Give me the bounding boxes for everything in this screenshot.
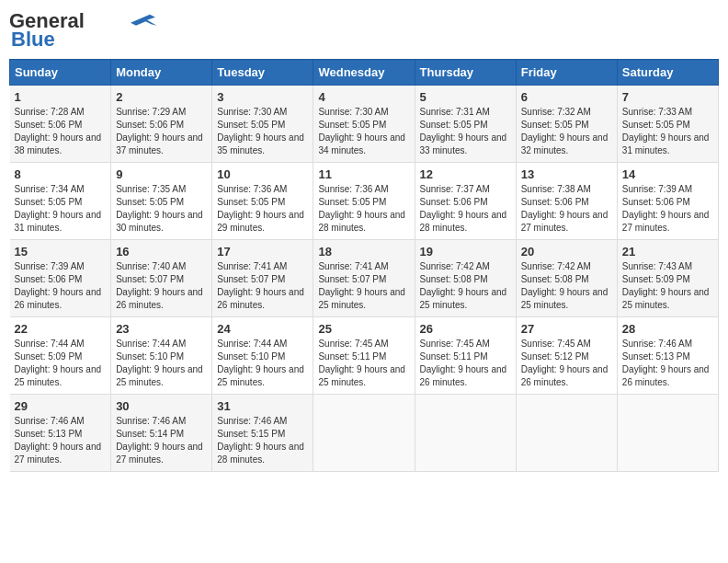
calendar-cell: 16 Sunrise: 7:40 AMSunset: 5:07 PMDaylig… xyxy=(111,240,212,317)
calendar-cell xyxy=(516,395,617,472)
calendar-cell: 30 Sunrise: 7:46 AMSunset: 5:14 PMDaylig… xyxy=(111,395,212,472)
calendar-cell xyxy=(415,395,516,472)
day-detail: Sunrise: 7:44 AMSunset: 5:09 PMDaylight:… xyxy=(15,339,102,387)
day-detail: Sunrise: 7:38 AMSunset: 5:06 PMDaylight:… xyxy=(521,184,609,233)
day-detail: Sunrise: 7:46 AMSunset: 5:13 PMDaylight:… xyxy=(15,416,102,465)
day-number: 1 xyxy=(15,90,107,104)
day-detail: Sunrise: 7:40 AMSunset: 5:07 PMDaylight:… xyxy=(116,261,203,310)
day-number: 29 xyxy=(15,399,107,413)
day-number: 30 xyxy=(116,399,207,413)
col-header-sunday: Sunday xyxy=(10,60,111,86)
day-detail: Sunrise: 7:41 AMSunset: 5:07 PMDaylight:… xyxy=(318,261,405,310)
calendar-cell: 29 Sunrise: 7:46 AMSunset: 5:13 PMDaylig… xyxy=(10,395,111,472)
day-number: 22 xyxy=(15,322,107,336)
day-number: 9 xyxy=(116,167,207,181)
calendar-cell: 11 Sunrise: 7:36 AMSunset: 5:05 PMDaylig… xyxy=(313,163,415,240)
day-number: 17 xyxy=(217,245,308,259)
header: General Blue xyxy=(9,9,719,52)
day-number: 26 xyxy=(420,322,511,336)
day-number: 21 xyxy=(622,245,713,259)
calendar-cell: 25 Sunrise: 7:45 AMSunset: 5:11 PMDaylig… xyxy=(313,317,415,395)
calendar-cell: 6 Sunrise: 7:32 AMSunset: 5:05 PMDayligh… xyxy=(516,86,617,163)
calendar-cell: 2 Sunrise: 7:29 AMSunset: 5:06 PMDayligh… xyxy=(111,86,212,163)
day-number: 23 xyxy=(116,322,207,336)
day-detail: Sunrise: 7:36 AMSunset: 5:05 PMDaylight:… xyxy=(318,184,405,233)
svg-marker-0 xyxy=(131,15,157,26)
day-detail: Sunrise: 7:35 AMSunset: 5:05 PMDaylight:… xyxy=(116,184,203,233)
day-number: 31 xyxy=(217,399,308,413)
col-header-friday: Friday xyxy=(516,60,617,86)
calendar-cell xyxy=(313,395,415,472)
day-number: 4 xyxy=(318,90,409,104)
day-detail: Sunrise: 7:31 AMSunset: 5:05 PMDaylight:… xyxy=(420,107,507,155)
day-detail: Sunrise: 7:43 AMSunset: 5:09 PMDaylight:… xyxy=(622,261,710,310)
calendar-cell: 22 Sunrise: 7:44 AMSunset: 5:09 PMDaylig… xyxy=(10,317,111,395)
day-number: 3 xyxy=(217,90,308,104)
calendar-cell: 12 Sunrise: 7:37 AMSunset: 5:06 PMDaylig… xyxy=(415,163,516,240)
col-header-monday: Monday xyxy=(111,60,212,86)
calendar-cell: 24 Sunrise: 7:44 AMSunset: 5:10 PMDaylig… xyxy=(212,317,313,395)
day-detail: Sunrise: 7:39 AMSunset: 5:06 PMDaylight:… xyxy=(15,261,102,310)
calendar-cell: 15 Sunrise: 7:39 AMSunset: 5:06 PMDaylig… xyxy=(10,240,111,317)
day-detail: Sunrise: 7:34 AMSunset: 5:05 PMDaylight:… xyxy=(15,184,102,233)
logo: General Blue xyxy=(9,9,158,52)
calendar-cell: 13 Sunrise: 7:38 AMSunset: 5:06 PMDaylig… xyxy=(516,163,617,240)
day-detail: Sunrise: 7:37 AMSunset: 5:06 PMDaylight:… xyxy=(420,184,507,233)
calendar-cell: 18 Sunrise: 7:41 AMSunset: 5:07 PMDaylig… xyxy=(313,240,415,317)
calendar-cell: 21 Sunrise: 7:43 AMSunset: 5:09 PMDaylig… xyxy=(617,240,718,317)
day-number: 14 xyxy=(622,167,713,181)
calendar-cell: 4 Sunrise: 7:30 AMSunset: 5:05 PMDayligh… xyxy=(313,86,415,163)
calendar-cell: 5 Sunrise: 7:31 AMSunset: 5:05 PMDayligh… xyxy=(415,86,516,163)
col-header-tuesday: Tuesday xyxy=(212,60,313,86)
day-number: 27 xyxy=(521,322,612,336)
day-number: 18 xyxy=(318,245,409,259)
calendar-cell: 26 Sunrise: 7:45 AMSunset: 5:11 PMDaylig… xyxy=(415,317,516,395)
day-detail: Sunrise: 7:42 AMSunset: 5:08 PMDaylight:… xyxy=(521,261,609,310)
day-number: 28 xyxy=(622,322,713,336)
day-detail: Sunrise: 7:33 AMSunset: 5:05 PMDaylight:… xyxy=(622,107,710,155)
calendar-table: SundayMondayTuesdayWednesdayThursdayFrid… xyxy=(9,59,719,472)
day-detail: Sunrise: 7:36 AMSunset: 5:05 PMDaylight:… xyxy=(217,184,304,233)
day-detail: Sunrise: 7:44 AMSunset: 5:10 PMDaylight:… xyxy=(116,339,203,387)
day-number: 12 xyxy=(420,167,511,181)
day-detail: Sunrise: 7:29 AMSunset: 5:06 PMDaylight:… xyxy=(116,107,203,155)
calendar-cell: 8 Sunrise: 7:34 AMSunset: 5:05 PMDayligh… xyxy=(10,163,111,240)
day-number: 24 xyxy=(217,322,308,336)
day-number: 20 xyxy=(521,245,612,259)
calendar-cell: 7 Sunrise: 7:33 AMSunset: 5:05 PMDayligh… xyxy=(617,86,718,163)
day-number: 11 xyxy=(318,167,409,181)
day-detail: Sunrise: 7:44 AMSunset: 5:10 PMDaylight:… xyxy=(217,339,304,387)
day-number: 8 xyxy=(15,167,107,181)
day-detail: Sunrise: 7:30 AMSunset: 5:05 PMDaylight:… xyxy=(217,107,304,155)
day-number: 15 xyxy=(15,245,107,259)
calendar-cell: 10 Sunrise: 7:36 AMSunset: 5:05 PMDaylig… xyxy=(212,163,313,240)
day-number: 6 xyxy=(521,90,612,104)
col-header-saturday: Saturday xyxy=(617,60,718,86)
day-number: 2 xyxy=(116,90,207,104)
calendar-cell: 27 Sunrise: 7:45 AMSunset: 5:12 PMDaylig… xyxy=(516,317,617,395)
calendar-cell: 17 Sunrise: 7:41 AMSunset: 5:07 PMDaylig… xyxy=(212,240,313,317)
col-header-wednesday: Wednesday xyxy=(313,60,415,86)
col-header-thursday: Thursday xyxy=(415,60,516,86)
calendar-cell: 3 Sunrise: 7:30 AMSunset: 5:05 PMDayligh… xyxy=(212,86,313,163)
day-detail: Sunrise: 7:30 AMSunset: 5:05 PMDaylight:… xyxy=(318,107,405,155)
day-detail: Sunrise: 7:46 AMSunset: 5:13 PMDaylight:… xyxy=(622,339,710,387)
day-detail: Sunrise: 7:45 AMSunset: 5:11 PMDaylight:… xyxy=(318,339,405,387)
day-detail: Sunrise: 7:46 AMSunset: 5:14 PMDaylight:… xyxy=(116,416,203,465)
calendar-cell: 28 Sunrise: 7:46 AMSunset: 5:13 PMDaylig… xyxy=(617,317,718,395)
day-number: 25 xyxy=(318,322,409,336)
day-detail: Sunrise: 7:39 AMSunset: 5:06 PMDaylight:… xyxy=(622,184,710,233)
calendar-cell: 31 Sunrise: 7:46 AMSunset: 5:15 PMDaylig… xyxy=(212,395,313,472)
day-detail: Sunrise: 7:28 AMSunset: 5:06 PMDaylight:… xyxy=(15,107,102,155)
calendar-cell xyxy=(617,395,718,472)
day-number: 7 xyxy=(622,90,713,104)
calendar-cell: 19 Sunrise: 7:42 AMSunset: 5:08 PMDaylig… xyxy=(415,240,516,317)
day-detail: Sunrise: 7:46 AMSunset: 5:15 PMDaylight:… xyxy=(217,416,304,465)
day-number: 5 xyxy=(420,90,511,104)
day-detail: Sunrise: 7:45 AMSunset: 5:11 PMDaylight:… xyxy=(420,339,507,387)
day-detail: Sunrise: 7:45 AMSunset: 5:12 PMDaylight:… xyxy=(521,339,609,387)
logo-plane-icon xyxy=(131,11,158,28)
day-number: 16 xyxy=(116,245,207,259)
day-number: 13 xyxy=(521,167,612,181)
calendar-cell: 14 Sunrise: 7:39 AMSunset: 5:06 PMDaylig… xyxy=(617,163,718,240)
